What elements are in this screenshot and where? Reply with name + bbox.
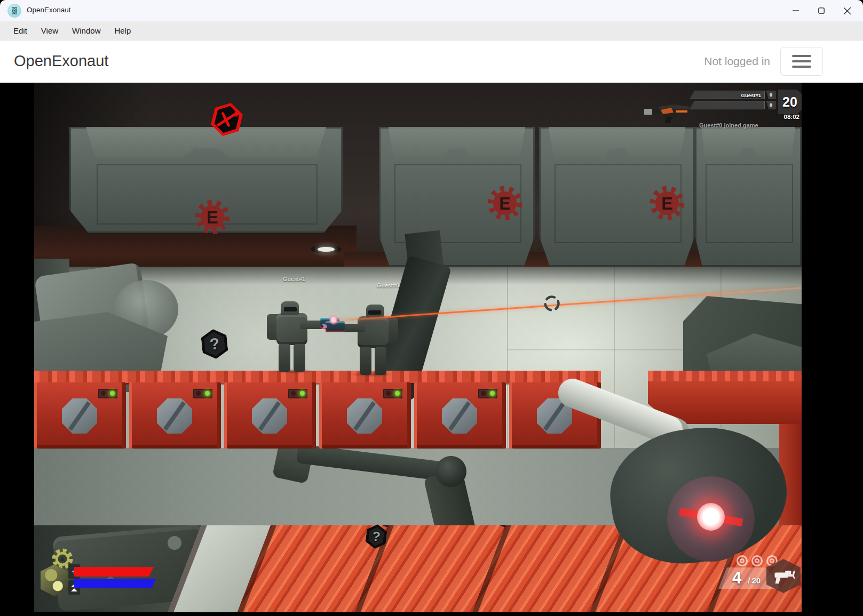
player-name-label: Guest#1 xyxy=(270,276,318,282)
platform-top xyxy=(34,371,601,383)
health-bar xyxy=(74,567,154,577)
exonaut-gear-logo: E xyxy=(649,185,685,221)
ceiling-lamp xyxy=(311,244,341,254)
scoreboard-row: Guest#1 xyxy=(690,91,765,99)
app-window: OpenExonaut Edit View Window Help OpenEx… xyxy=(0,0,863,616)
kill-limit-counter: 20 xyxy=(778,90,802,114)
led-indicator xyxy=(98,389,117,398)
login-status: Not logged in xyxy=(704,55,770,68)
platform-segment xyxy=(319,382,411,449)
scoreboard-row xyxy=(690,101,765,109)
game-canvas[interactable]: E E E xyxy=(34,83,802,612)
player-character xyxy=(267,300,318,372)
page-title: OpenExonaut xyxy=(14,52,108,70)
exonaut-gear-logo: E xyxy=(487,185,523,221)
titlebar[interactable]: OpenExonaut xyxy=(0,0,863,21)
menu-item-edit[interactable]: Edit xyxy=(7,23,33,38)
turret-eye xyxy=(694,500,728,534)
app-header: OpenExonaut Not logged in xyxy=(0,41,863,83)
led-indicator xyxy=(478,389,497,398)
led-indicator xyxy=(288,389,307,398)
svg-text:E: E xyxy=(661,194,673,213)
window-title: OpenExonaut xyxy=(27,6,71,14)
menu-icon xyxy=(792,55,811,57)
window-controls xyxy=(783,0,860,21)
menu-bar: Edit View Window Help xyxy=(0,21,863,41)
led-indicator xyxy=(383,389,402,398)
minimize-button[interactable] xyxy=(783,0,809,21)
ring-icon xyxy=(751,555,763,566)
app-icon xyxy=(7,4,21,18)
crate xyxy=(695,127,802,267)
robot-arm-joint xyxy=(436,456,466,487)
crosshair-reticle xyxy=(542,294,561,313)
menu-item-help[interactable]: Help xyxy=(108,23,137,38)
close-button[interactable] xyxy=(834,0,860,21)
menu-item-view[interactable]: View xyxy=(35,23,64,38)
weapon-pickup xyxy=(643,99,692,124)
menu-item-window[interactable]: Window xyxy=(66,23,106,38)
platform-segment xyxy=(129,382,221,449)
svg-text:E: E xyxy=(499,194,511,213)
energy-bar xyxy=(74,579,156,588)
event-message: Guest#0 joined game xyxy=(699,122,758,129)
maximize-button[interactable] xyxy=(809,0,834,21)
grenade-indicators xyxy=(737,555,778,566)
player-name-label: Guest#0 xyxy=(364,282,412,289)
match-timer: 08:02 xyxy=(755,114,799,120)
platform-segment xyxy=(34,382,126,449)
hamburger-menu-button[interactable] xyxy=(780,47,823,76)
platform-segment xyxy=(414,382,506,449)
platform-segment xyxy=(224,382,316,449)
exonaut-gear-logo: E xyxy=(194,199,231,235)
svg-text:E: E xyxy=(207,208,218,227)
red-platform xyxy=(34,371,601,449)
game-root: E E E xyxy=(0,83,863,616)
led-indicator xyxy=(193,389,212,398)
player-character xyxy=(347,303,398,375)
ring-icon xyxy=(737,555,748,566)
